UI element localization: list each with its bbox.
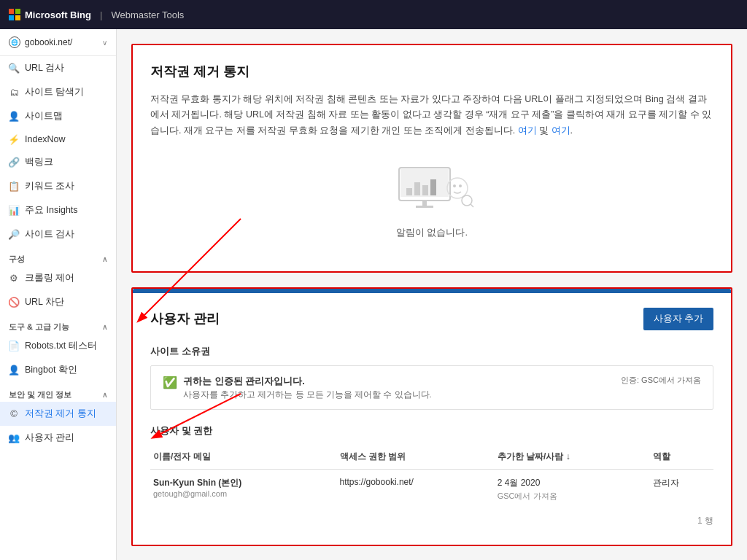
topbar-bing-label: Microsoft Bing <box>25 9 91 20</box>
user-mgmt-header: 사용자 관리 사용자 추가 <box>150 308 713 330</box>
svg-point-12 <box>459 184 462 187</box>
certified-check-icon: ✅ <box>163 376 177 389</box>
user-role-cell: 관리자 <box>650 469 713 509</box>
sidebar-item-insights-label: 주요 Insights <box>25 204 78 217</box>
bingbot-icon: 👤 <box>9 365 19 376</box>
sidebar-item-keyword-research[interactable]: 📋 키워드 조사 <box>0 174 116 198</box>
sidebar-item-backlink[interactable]: 🔗 백링크 <box>0 150 116 174</box>
sidebar-item-bingbot[interactable]: 👤 Bingbot 확인 <box>0 358 116 382</box>
no-alerts-illustration <box>388 160 476 219</box>
table-row: Sun-Kyun Shin (본인) getough@gmail.com htt… <box>150 469 713 509</box>
svg-rect-9 <box>416 206 433 208</box>
sidebar-item-backlink-label: 백링크 <box>25 156 53 168</box>
sidebar-site-url: gobooki.net/ <box>25 37 72 47</box>
ownership-box: ✅ 귀하는 인증된 관리자입니다. 사용자를 추가하고 제거하는 등 모든 기능… <box>150 365 713 410</box>
sidebar-site[interactable]: 🌐 gobooki.net/ ∨ <box>0 29 116 56</box>
sidebar-item-user-mgmt-label: 사용자 관리 <box>25 432 74 444</box>
sidebar-item-user-mgmt[interactable]: 👥 사용자 관리 <box>0 426 116 450</box>
col-header-name: 이름/전자 메일 <box>150 445 337 470</box>
copyright-card-title: 저작권 제거 통지 <box>150 63 713 80</box>
sidebar-item-keyword-research-label: 키워드 조사 <box>25 180 74 192</box>
certified-badge: 인증: GSC에서 가져옴 <box>621 375 701 386</box>
sidebar-item-indexnow-label: IndexNow <box>25 134 66 144</box>
user-date-source: GSC에서 가져옴 <box>498 491 647 502</box>
sidebar-item-url-search-label: URL 검사 <box>25 62 64 74</box>
topbar-logo: Microsoft Bing <box>9 9 91 20</box>
ms-logo-icon <box>9 9 20 20</box>
no-alerts-text: 알림이 없습니다. <box>396 226 468 239</box>
sidebar-item-robots-tester-label: Robots.txt 테스터 <box>25 340 97 352</box>
sidebar-item-site-explorer-label: 사이트 탐색기 <box>25 86 84 98</box>
sidebar-item-url-search[interactable]: 🔍 URL 검사 <box>0 56 116 80</box>
insights-icon: 📊 <box>9 206 19 216</box>
config-section-chevron: ∧ <box>102 255 107 263</box>
crawl-control-icon: ⚙ <box>9 273 19 284</box>
user-date-cell: 2 4월 2020 GSC에서 가져옴 <box>495 469 650 509</box>
site-ownership-label: 사이트 소유권 <box>150 345 713 358</box>
copyright-notice-icon: © <box>9 409 19 419</box>
svg-line-14 <box>471 204 473 207</box>
sidebar-item-bingbot-label: Bingbot 확인 <box>25 364 77 376</box>
sidebar-site-chevron: ∨ <box>102 39 107 47</box>
users-table: 이름/전자 메일 액세스 권한 범위 추가한 날짜/사람 ↓ 역할 Sun-Ky… <box>150 445 713 509</box>
user-email: getough@gmail.com <box>153 489 334 498</box>
security-section-chevron: ∧ <box>102 391 107 399</box>
sidebar-item-site-search[interactable]: 🔎 사이트 검사 <box>0 222 116 246</box>
site-search-icon: 🔎 <box>9 230 19 240</box>
sidebar-section-security: 보안 및 개인 정보 ∧ <box>0 385 116 402</box>
table-row-count: 1 행 <box>150 515 713 527</box>
col-header-access: 액세스 권한 범위 <box>337 445 495 470</box>
sidebar-item-robots-tester[interactable]: 📄 Robots.txt 테스터 <box>0 334 116 358</box>
link-here2[interactable]: 여기 <box>551 125 570 136</box>
card-header-accent <box>133 289 731 293</box>
sidebar-item-sitemap-label: 사이트맵 <box>25 110 63 122</box>
link-here1[interactable]: 여기 <box>518 125 537 136</box>
sidebar-item-insights[interactable]: 📊 주요 Insights <box>0 198 116 222</box>
svg-rect-8 <box>422 201 427 206</box>
users-permissions-label: 사용자 및 권한 <box>150 424 713 438</box>
sitemap-icon: 👤 <box>9 112 19 122</box>
url-block-icon: 🚫 <box>9 298 19 308</box>
keyword-research-icon: 📋 <box>9 182 19 192</box>
copyright-card: 저작권 제거 통지 저작권 무효화 통지가 해당 위치에 저작권 침해 콘텐츠 … <box>131 44 732 273</box>
tools-section-chevron: ∧ <box>102 323 107 331</box>
sidebar-item-copyright-notice-label: 저작권 제거 통지 <box>25 408 96 420</box>
section-security-label: 보안 및 개인 정보 <box>9 389 71 400</box>
svg-rect-5 <box>414 182 420 195</box>
site-explorer-icon: 🗂 <box>9 88 19 98</box>
main-layout: 🌐 gobooki.net/ ∨ 🔍 URL 검사 🗂 사이트 탐색기 👤 사이… <box>0 29 747 560</box>
col-header-role: 역할 <box>650 445 713 470</box>
content-area: 저작권 제거 통지 저작권 무효화 통지가 해당 위치에 저작권 침해 콘텐츠 … <box>117 29 747 560</box>
col-header-date: 추가한 날짜/사람 ↓ <box>495 445 650 470</box>
robots-tester-icon: 📄 <box>9 341 19 351</box>
user-date: 2 4월 2020 <box>498 477 647 489</box>
sidebar-item-copyright-notice[interactable]: © 저작권 제거 통지 <box>0 402 116 426</box>
sidebar-item-indexnow[interactable]: ⚡ IndexNow <box>0 128 116 150</box>
sidebar-item-sitemap[interactable]: 👤 사이트맵 <box>0 104 116 128</box>
add-user-button[interactable]: 사용자 추가 <box>643 308 713 330</box>
user-access-cell: https://gobooki.net/ <box>337 469 495 509</box>
illustration-area: 알림이 없습니다. <box>150 146 713 254</box>
section-config-label: 구성 <box>9 254 25 265</box>
svg-point-11 <box>453 184 456 187</box>
sidebar-item-site-explorer[interactable]: 🗂 사이트 탐색기 <box>0 80 116 104</box>
svg-rect-4 <box>406 188 412 195</box>
sidebar: 🌐 gobooki.net/ ∨ 🔍 URL 검사 🗂 사이트 탐색기 👤 사이… <box>0 29 117 560</box>
globe-icon: 🌐 <box>9 36 20 48</box>
indexnow-icon: ⚡ <box>9 134 19 144</box>
topbar-divider: | <box>100 9 102 20</box>
sidebar-item-site-search-label: 사이트 검사 <box>25 228 74 241</box>
certified-admin-desc: 사용자를 추가하고 제거하는 등 모든 기능을 제어할 수 있습니다. <box>183 389 432 400</box>
sidebar-item-url-block[interactable]: 🚫 URL 차단 <box>0 290 116 314</box>
sidebar-item-url-block-label: URL 차단 <box>25 296 64 308</box>
user-mgmt-title: 사용자 관리 <box>150 310 220 327</box>
sidebar-section-tools: 도구 & 고급 기능 ∧ <box>0 317 116 334</box>
topbar-tool-name: Webmaster Tools <box>111 9 184 20</box>
svg-point-13 <box>462 195 472 206</box>
svg-rect-6 <box>422 185 428 195</box>
url-search-icon: 🔍 <box>9 63 19 74</box>
user-name: Sun-Kyun Shin (본인) <box>153 477 334 489</box>
sidebar-item-crawl-control[interactable]: ⚙ 크롤링 제어 <box>0 266 116 290</box>
sidebar-item-crawl-control-label: 크롤링 제어 <box>25 272 74 284</box>
sidebar-section-config: 구성 ∧ <box>0 249 116 266</box>
